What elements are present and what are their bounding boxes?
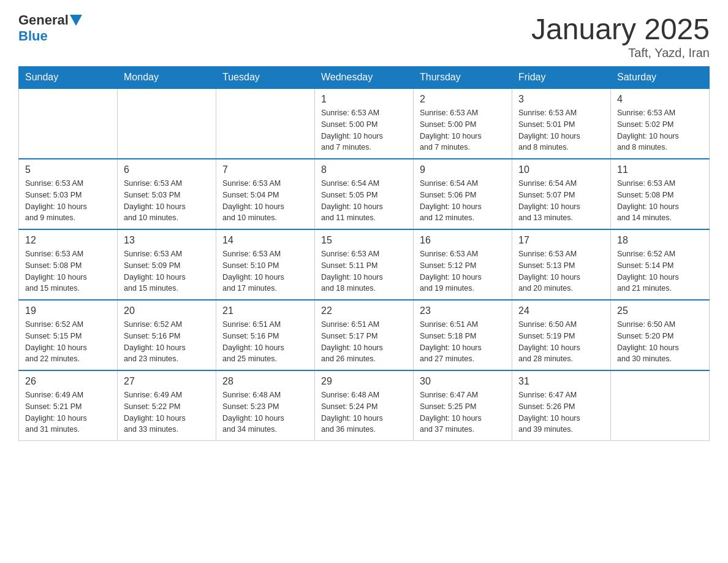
calendar-cell: 30Sunrise: 6:47 AM Sunset: 5:25 PM Dayli…	[414, 370, 512, 441]
calendar-cell: 27Sunrise: 6:49 AM Sunset: 5:22 PM Dayli…	[118, 370, 216, 441]
calendar-cell: 11Sunrise: 6:53 AM Sunset: 5:08 PM Dayli…	[611, 159, 710, 229]
month-title: January 2025	[531, 12, 710, 46]
calendar-cell: 6Sunrise: 6:53 AM Sunset: 5:03 PM Daylig…	[118, 159, 216, 229]
calendar-cell: 18Sunrise: 6:52 AM Sunset: 5:14 PM Dayli…	[611, 229, 710, 300]
location: Taft, Yazd, Iran	[531, 46, 710, 60]
title-section: January 2025 Taft, Yazd, Iran	[531, 12, 710, 60]
day-number: 28	[222, 376, 308, 387]
calendar-cell: 5Sunrise: 6:53 AM Sunset: 5:03 PM Daylig…	[19, 159, 118, 229]
day-number: 27	[124, 376, 210, 387]
day-info: Sunrise: 6:47 AM Sunset: 5:25 PM Dayligh…	[420, 389, 506, 435]
calendar-cell: 15Sunrise: 6:53 AM Sunset: 5:11 PM Dayli…	[315, 229, 414, 300]
day-info: Sunrise: 6:53 AM Sunset: 5:03 PM Dayligh…	[124, 178, 210, 224]
day-number: 2	[420, 94, 506, 105]
calendar-cell: 4Sunrise: 6:53 AM Sunset: 5:02 PM Daylig…	[611, 88, 710, 159]
calendar-cell: 16Sunrise: 6:53 AM Sunset: 5:12 PM Dayli…	[414, 229, 512, 300]
day-info: Sunrise: 6:52 AM Sunset: 5:15 PM Dayligh…	[25, 319, 111, 365]
calendar-cell: 31Sunrise: 6:47 AM Sunset: 5:26 PM Dayli…	[512, 370, 611, 441]
day-info: Sunrise: 6:53 AM Sunset: 5:10 PM Dayligh…	[222, 248, 308, 294]
day-info: Sunrise: 6:54 AM Sunset: 5:06 PM Dayligh…	[420, 178, 506, 224]
day-number: 7	[222, 164, 308, 175]
calendar-cell	[611, 370, 710, 441]
day-number: 17	[518, 235, 604, 246]
calendar-cell: 25Sunrise: 6:50 AM Sunset: 5:20 PM Dayli…	[611, 300, 710, 370]
day-number: 4	[617, 94, 703, 105]
calendar-cell: 24Sunrise: 6:50 AM Sunset: 5:19 PM Dayli…	[512, 300, 611, 370]
calendar-cell: 29Sunrise: 6:48 AM Sunset: 5:24 PM Dayli…	[315, 370, 414, 441]
calendar-cell: 3Sunrise: 6:53 AM Sunset: 5:01 PM Daylig…	[512, 88, 611, 159]
day-info: Sunrise: 6:53 AM Sunset: 5:01 PM Dayligh…	[518, 107, 604, 153]
day-info: Sunrise: 6:48 AM Sunset: 5:23 PM Dayligh…	[222, 389, 308, 435]
calendar-cell: 17Sunrise: 6:53 AM Sunset: 5:13 PM Dayli…	[512, 229, 611, 300]
day-info: Sunrise: 6:53 AM Sunset: 5:08 PM Dayligh…	[617, 178, 703, 224]
week-row-3: 12Sunrise: 6:53 AM Sunset: 5:08 PM Dayli…	[19, 229, 710, 300]
logo-blue: Blue	[18, 28, 48, 44]
calendar-cell: 19Sunrise: 6:52 AM Sunset: 5:15 PM Dayli…	[19, 300, 118, 370]
day-number: 30	[420, 376, 506, 387]
day-number: 31	[518, 376, 604, 387]
week-row-5: 26Sunrise: 6:49 AM Sunset: 5:21 PM Dayli…	[19, 370, 710, 441]
day-info: Sunrise: 6:47 AM Sunset: 5:26 PM Dayligh…	[518, 389, 604, 435]
day-number: 26	[25, 376, 111, 387]
week-row-4: 19Sunrise: 6:52 AM Sunset: 5:15 PM Dayli…	[19, 300, 710, 370]
day-info: Sunrise: 6:53 AM Sunset: 5:03 PM Dayligh…	[25, 178, 111, 224]
weekday-header-saturday: Saturday	[611, 67, 710, 89]
day-info: Sunrise: 6:53 AM Sunset: 5:02 PM Dayligh…	[617, 107, 703, 153]
week-row-1: 1Sunrise: 6:53 AM Sunset: 5:00 PM Daylig…	[19, 88, 710, 159]
calendar-cell: 9Sunrise: 6:54 AM Sunset: 5:06 PM Daylig…	[414, 159, 512, 229]
calendar-cell	[19, 88, 118, 159]
day-info: Sunrise: 6:50 AM Sunset: 5:19 PM Dayligh…	[518, 319, 604, 365]
day-info: Sunrise: 6:53 AM Sunset: 5:00 PM Dayligh…	[321, 107, 407, 153]
day-number: 14	[222, 235, 308, 246]
day-number: 9	[420, 164, 506, 175]
day-info: Sunrise: 6:48 AM Sunset: 5:24 PM Dayligh…	[321, 389, 407, 435]
calendar-cell: 8Sunrise: 6:54 AM Sunset: 5:05 PM Daylig…	[315, 159, 414, 229]
day-info: Sunrise: 6:53 AM Sunset: 5:12 PM Dayligh…	[420, 248, 506, 294]
calendar-cell: 28Sunrise: 6:48 AM Sunset: 5:23 PM Dayli…	[216, 370, 315, 441]
day-number: 6	[124, 164, 210, 175]
day-info: Sunrise: 6:53 AM Sunset: 5:13 PM Dayligh…	[518, 248, 604, 294]
day-number: 10	[518, 164, 604, 175]
day-number: 12	[25, 235, 111, 246]
day-number: 13	[124, 235, 210, 246]
day-number: 19	[25, 305, 111, 316]
day-number: 8	[321, 164, 407, 175]
calendar-cell: 7Sunrise: 6:53 AM Sunset: 5:04 PM Daylig…	[216, 159, 315, 229]
page-header: General Blue January 2025 Taft, Yazd, Ir…	[18, 12, 710, 60]
day-info: Sunrise: 6:51 AM Sunset: 5:16 PM Dayligh…	[222, 319, 308, 365]
calendar-cell: 20Sunrise: 6:52 AM Sunset: 5:16 PM Dayli…	[118, 300, 216, 370]
calendar-cell: 1Sunrise: 6:53 AM Sunset: 5:00 PM Daylig…	[315, 88, 414, 159]
day-number: 5	[25, 164, 111, 175]
day-number: 1	[321, 94, 407, 105]
day-number: 11	[617, 164, 703, 175]
calendar-cell: 21Sunrise: 6:51 AM Sunset: 5:16 PM Dayli…	[216, 300, 315, 370]
calendar-cell: 23Sunrise: 6:51 AM Sunset: 5:18 PM Dayli…	[414, 300, 512, 370]
calendar-cell: 22Sunrise: 6:51 AM Sunset: 5:17 PM Dayli…	[315, 300, 414, 370]
day-info: Sunrise: 6:53 AM Sunset: 5:00 PM Dayligh…	[420, 107, 506, 153]
day-info: Sunrise: 6:53 AM Sunset: 5:11 PM Dayligh…	[321, 248, 407, 294]
day-info: Sunrise: 6:54 AM Sunset: 5:05 PM Dayligh…	[321, 178, 407, 224]
calendar-cell: 13Sunrise: 6:53 AM Sunset: 5:09 PM Dayli…	[118, 229, 216, 300]
day-number: 18	[617, 235, 703, 246]
calendar-cell: 2Sunrise: 6:53 AM Sunset: 5:00 PM Daylig…	[414, 88, 512, 159]
day-number: 24	[518, 305, 604, 316]
day-number: 15	[321, 235, 407, 246]
logo-general: General	[18, 12, 69, 28]
day-info: Sunrise: 6:53 AM Sunset: 5:04 PM Dayligh…	[222, 178, 308, 224]
weekday-header-thursday: Thursday	[414, 67, 512, 89]
weekday-header-row: SundayMondayTuesdayWednesdayThursdayFrid…	[19, 67, 710, 89]
week-row-2: 5Sunrise: 6:53 AM Sunset: 5:03 PM Daylig…	[19, 159, 710, 229]
weekday-header-wednesday: Wednesday	[315, 67, 414, 89]
day-info: Sunrise: 6:54 AM Sunset: 5:07 PM Dayligh…	[518, 178, 604, 224]
calendar-cell	[216, 88, 315, 159]
day-info: Sunrise: 6:53 AM Sunset: 5:08 PM Dayligh…	[25, 248, 111, 294]
weekday-header-tuesday: Tuesday	[216, 67, 315, 89]
day-info: Sunrise: 6:49 AM Sunset: 5:21 PM Dayligh…	[25, 389, 111, 435]
calendar-cell: 26Sunrise: 6:49 AM Sunset: 5:21 PM Dayli…	[19, 370, 118, 441]
calendar-table: SundayMondayTuesdayWednesdayThursdayFrid…	[18, 66, 710, 441]
day-number: 23	[420, 305, 506, 316]
calendar-cell: 12Sunrise: 6:53 AM Sunset: 5:08 PM Dayli…	[19, 229, 118, 300]
calendar-cell	[118, 88, 216, 159]
day-number: 16	[420, 235, 506, 246]
weekday-header-friday: Friday	[512, 67, 611, 89]
